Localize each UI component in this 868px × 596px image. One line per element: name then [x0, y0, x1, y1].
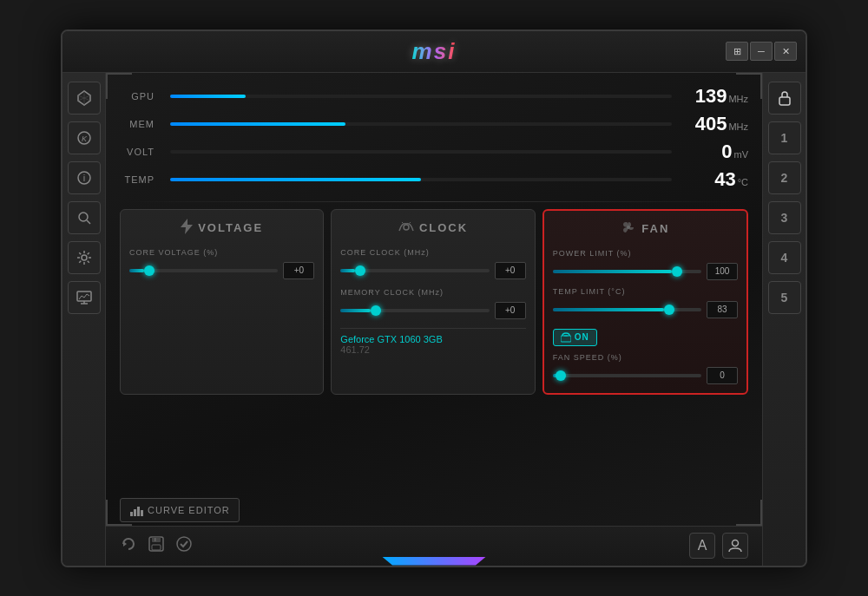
gpu-label: GPU — [120, 91, 163, 102]
svg-rect-26 — [155, 538, 156, 541]
voltage-icon — [181, 219, 193, 238]
profile-5-button[interactable]: 5 — [768, 281, 801, 314]
svg-marker-11 — [181, 219, 193, 234]
power-limit-thumb[interactable] — [672, 266, 682, 277]
gpu-value: 139 MHz — [679, 87, 748, 106]
profile-4-button[interactable]: 4 — [768, 241, 801, 274]
fan-speed-thumb[interactable] — [556, 370, 566, 381]
app-window: msi ⊞ ─ ✕ K i — [61, 29, 807, 567]
voltage-core-label: CORE VOLTAGE (%) — [129, 248, 314, 257]
svg-rect-25 — [152, 545, 161, 550]
sidebar-icon-settings[interactable] — [68, 241, 101, 274]
voltage-core-thumb[interactable] — [144, 265, 155, 276]
temp-limit-label: TEMP LIMIT (°C) — [553, 287, 738, 296]
fan-speed-section: FAN SPEED (%) 0 — [553, 353, 738, 384]
core-clock-fill — [340, 269, 355, 272]
fan-speed-label: FAN SPEED (%) — [553, 353, 738, 362]
svg-rect-19 — [134, 509, 136, 516]
auto-profile-button[interactable]: A — [689, 533, 715, 559]
user-profile-button[interactable] — [722, 533, 748, 559]
clock-icon — [398, 219, 414, 238]
power-limit-track[interactable] — [553, 270, 701, 273]
memory-clock-label: MEMORY CLOCK (MHz) — [340, 288, 525, 297]
memory-clock-slider-section: MEMORY CLOCK (MHz) +0 — [340, 288, 525, 319]
sidebar-icon-oc[interactable]: K — [68, 121, 101, 154]
core-clock-label: CORE CLOCK (MHz) — [340, 248, 525, 257]
sidebar-icon-monitor[interactable] — [68, 281, 101, 314]
svg-point-27 — [177, 537, 191, 551]
memory-clock-track[interactable] — [340, 309, 489, 312]
main-content: GPU 139 MHz MEM 405 MHz — [106, 73, 762, 566]
temp-bar-container — [170, 178, 672, 181]
auto-profile-label: A — [698, 538, 707, 553]
sidebar-icon-gaming[interactable] — [68, 82, 101, 115]
gpu-bar-container — [170, 95, 672, 98]
temp-bar — [170, 178, 421, 181]
minimize-button[interactable]: ─ — [750, 42, 773, 61]
windows-button[interactable]: ⊞ — [726, 42, 748, 61]
profile-3-button[interactable]: 3 — [768, 201, 801, 234]
fan-panel: FAN POWER LIMIT (%) 100 TEMP LIMIT — [542, 209, 748, 395]
fan-speed-track[interactable] — [553, 374, 701, 377]
temp-limit-thumb[interactable] — [664, 305, 674, 315]
svg-point-4 — [79, 213, 88, 221]
clock-panel-header: CLOCK — [340, 219, 525, 238]
profile-2-button[interactable]: 2 — [768, 161, 801, 194]
close-button[interactable]: ✕ — [774, 42, 797, 61]
save-button[interactable] — [148, 535, 165, 557]
profile-icons: A — [689, 533, 748, 559]
temp-limit-track[interactable] — [553, 308, 701, 311]
profile-1-button[interactable]: 1 — [768, 121, 801, 154]
svg-line-5 — [87, 220, 90, 224]
gpu-monitor-row: GPU 139 MHz — [120, 85, 748, 108]
voltage-core-value: +0 — [283, 262, 314, 279]
core-clock-slider-section: CORE CLOCK (MHz) +0 — [340, 248, 525, 279]
svg-rect-24 — [152, 537, 161, 542]
voltage-panel: VOLTAGE CORE VOLTAGE (%) +0 — [120, 209, 324, 395]
volt-label: VOLT — [120, 147, 163, 157]
memory-clock-thumb[interactable] — [371, 305, 381, 316]
sidebar-icon-scan[interactable] — [68, 201, 101, 234]
power-limit-slider-row: 100 — [553, 263, 738, 280]
svg-text:K: K — [81, 134, 87, 143]
lock-button[interactable] — [768, 82, 801, 115]
mem-bar — [170, 122, 345, 126]
core-clock-thumb[interactable] — [355, 265, 365, 276]
curve-editor-label: CURVE EDITOR — [148, 505, 230, 515]
voltage-panel-title: VOLTAGE — [198, 221, 263, 234]
fan-panel-header: FAN — [553, 219, 738, 239]
curve-editor-container: CURVE EDITOR — [120, 498, 240, 522]
svg-point-6 — [82, 255, 87, 260]
gpu-name: Geforce GTX 1060 3GB — [340, 334, 525, 344]
power-limit-section: POWER LIMIT (%) 100 — [553, 249, 738, 280]
reset-button[interactable] — [120, 535, 137, 557]
driver-version: 461.72 — [340, 344, 525, 355]
svg-rect-7 — [77, 291, 91, 301]
power-limit-label: POWER LIMIT (%) — [553, 249, 738, 258]
temp-value: 43 °C — [679, 170, 748, 189]
mem-value: 405 MHz — [679, 115, 748, 134]
left-sidebar: K i — [62, 73, 106, 566]
svg-marker-22 — [123, 541, 127, 547]
svg-point-12 — [404, 225, 409, 230]
monitor-section: GPU 139 MHz MEM 405 MHz — [120, 85, 748, 191]
right-sidebar: 1 2 3 4 5 — [762, 73, 806, 566]
mem-bar-container — [170, 122, 672, 126]
divider — [120, 201, 748, 202]
svg-rect-20 — [137, 507, 140, 516]
on-button[interactable]: ON — [553, 329, 597, 346]
svg-rect-21 — [141, 510, 143, 516]
apply-button[interactable] — [175, 535, 193, 557]
curve-editor-button[interactable]: CURVE EDITOR — [120, 498, 240, 522]
fan-speed-value: 0 — [707, 367, 738, 384]
voltage-core-track[interactable] — [129, 269, 278, 272]
fan-speed-slider-row: 0 — [553, 367, 738, 384]
volt-bar-container — [170, 150, 672, 154]
power-limit-value: 100 — [707, 263, 738, 280]
sidebar-icon-info[interactable]: i — [68, 161, 101, 194]
volt-monitor-row: VOLT 0 mV — [120, 141, 748, 163]
control-panels: VOLTAGE CORE VOLTAGE (%) +0 — [120, 209, 748, 395]
voltage-core-slider-row: +0 — [129, 262, 314, 279]
core-clock-track[interactable] — [340, 269, 489, 272]
on-button-label: ON — [575, 332, 589, 342]
